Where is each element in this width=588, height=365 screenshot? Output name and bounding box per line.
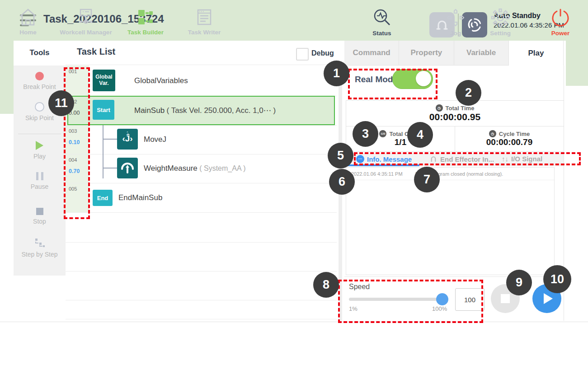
- status-icon: [372, 8, 391, 27]
- play-triangle-icon: [544, 293, 553, 304]
- nav-status[interactable]: Status: [350, 8, 414, 37]
- annotation-8: 8: [313, 272, 339, 298]
- annotation-1: 1: [324, 61, 349, 86]
- tab-variable[interactable]: Variable: [454, 41, 509, 66]
- message-row: 2022.01.06 4:35:11 PM [1.2 gram closed (…: [346, 168, 554, 180]
- start-badge: Start: [93, 100, 114, 120]
- tree-branch: [103, 168, 117, 168]
- right-tab-bar: Command Property Variable Play: [344, 41, 564, 66]
- message-list: 2022.01.06 4:35:11 PM [1.2 gram closed (…: [346, 167, 555, 275]
- task-detail: ( Task Vel. 250.000, Acc. 1,0⋯ ): [167, 106, 276, 115]
- end-badge: End: [93, 190, 113, 206]
- step-by-step-button[interactable]: Step by Step: [14, 233, 66, 263]
- debug-checkbox[interactable]: [296, 48, 309, 61]
- debug-label: Debug: [311, 49, 334, 57]
- nav-setting[interactable]: Setting: [469, 8, 532, 37]
- total-count-icon: 123: [379, 130, 386, 137]
- break-point-label: Break Point: [23, 83, 56, 90]
- task-row-globalvariables[interactable]: GlobalVariables: [134, 76, 188, 85]
- tab-property[interactable]: Property: [399, 41, 454, 66]
- bottom-nav-bar: [0, 322, 588, 365]
- task-writer-icon: [195, 8, 213, 26]
- play-tool-button[interactable]: Play: [14, 136, 66, 165]
- task-name: WeightMeasure: [144, 164, 198, 173]
- tree-line: [103, 125, 103, 178]
- message-time: 2022.01.06 4:35:11 PM: [351, 171, 403, 177]
- task-row-weightmeasure[interactable]: WeightMeasure ( System_AA ): [144, 164, 245, 173]
- task-detail: ( System_AA ): [199, 164, 245, 172]
- tools-panel-title: Tools: [14, 41, 66, 65]
- play-icon: [36, 141, 43, 150]
- pause-tool-label: Pause: [31, 183, 49, 190]
- annotation-6: 6: [329, 169, 355, 195]
- jog-icon: [446, 8, 465, 27]
- annotation-4: 4: [407, 122, 433, 148]
- message-text: gram closed (normal closing).: [438, 171, 503, 177]
- play-tool-label: Play: [33, 153, 46, 160]
- annotation-10: 10: [543, 265, 571, 293]
- break-point-icon: [35, 72, 44, 80]
- annotation-3: 3: [353, 121, 378, 147]
- tab-play[interactable]: Play: [509, 41, 564, 66]
- timer-table: ◷ Total Time 00:00:00.95 123 Total Count…: [346, 100, 564, 152]
- cycle-time-label: Cycle Time: [499, 131, 530, 137]
- annotation-9: 9: [506, 270, 532, 295]
- setting-icon: [491, 8, 510, 27]
- annotation-7: 7: [414, 167, 440, 192]
- cycle-time-icon: ◷: [489, 130, 496, 137]
- pause-icon: [36, 172, 43, 180]
- annotation-box-line-numbers: [64, 67, 90, 219]
- step-by-step-icon: [34, 238, 46, 248]
- annotation-box-message-tabs: [354, 152, 581, 165]
- cycle-time-value: 00:00:00.79: [455, 137, 564, 147]
- task-builder-icon: [136, 8, 155, 26]
- task-name: MainSub: [134, 106, 165, 115]
- power-icon: [551, 8, 570, 27]
- tree-branch: [103, 139, 117, 140]
- nav-task-builder[interactable]: Task Builder: [114, 8, 177, 36]
- task-row-endmainsub[interactable]: EndMainSub: [118, 193, 162, 202]
- stop-tool-button[interactable]: Stop: [14, 202, 66, 231]
- skip-point-label: Skip Point: [25, 114, 54, 122]
- step-by-step-label: Step by Step: [21, 251, 57, 258]
- task-row-mainsub[interactable]: MainSub ( Task Vel. 250.000, Acc. 1,0⋯ ): [134, 106, 276, 115]
- stop-square-icon: [501, 294, 510, 303]
- annotation-5: 5: [328, 143, 353, 168]
- annotation-11: 11: [48, 90, 74, 116]
- total-time-value: 00:00:00.95: [346, 112, 564, 122]
- tools-divider: [18, 134, 61, 134]
- nav-power[interactable]: Power: [529, 8, 588, 37]
- workcell-manager-icon: [76, 8, 96, 26]
- nav-task-writer[interactable]: Task Writer: [173, 8, 236, 36]
- stop-icon: [36, 208, 43, 215]
- annotation-box-real-mode: [348, 69, 437, 99]
- right-green-strip: [566, 41, 588, 86]
- annotation-box-speed: [338, 280, 483, 323]
- movej-icon: ˆ ‹Ĵ› ˇ: [117, 129, 138, 150]
- nav-workcell-manager[interactable]: Workcell Manager: [54, 8, 118, 36]
- task-list-title: Task List: [77, 47, 115, 57]
- tab-command[interactable]: Command: [344, 41, 399, 66]
- skip-point-icon: [35, 102, 44, 112]
- left-green-strip: [0, 41, 14, 114]
- annotation-2: 2: [456, 80, 481, 106]
- task-row-movej[interactable]: MoveJ: [144, 135, 166, 144]
- nav-home[interactable]: Home: [0, 8, 60, 36]
- pause-tool-button[interactable]: Pause: [14, 167, 66, 196]
- weight-measure-icon: [117, 158, 138, 178]
- app-root: Task_20220106_153724 Auto Standby 2022.0…: [0, 0, 588, 365]
- total-time-icon: ◷: [436, 104, 443, 112]
- stop-tool-label: Stop: [33, 218, 46, 225]
- global-var-badge: GlobalVar.: [93, 70, 115, 91]
- home-icon: [19, 8, 38, 26]
